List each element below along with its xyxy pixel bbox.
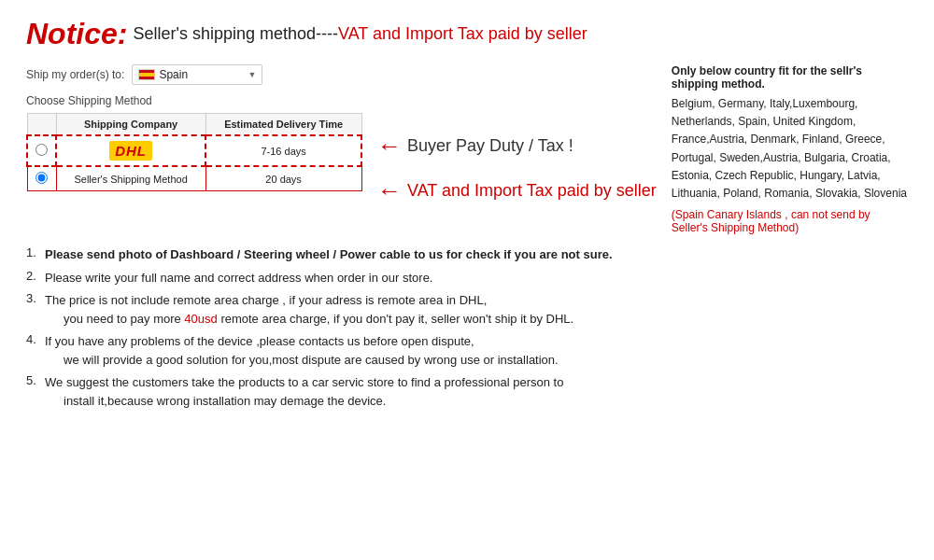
list-text-5: We suggest the customers take the produc…	[45, 373, 563, 410]
dropdown-arrow-icon: ▼	[248, 70, 256, 79]
list-text-4-indent: we will provide a good solution for you,…	[64, 353, 559, 367]
seller-company-cell: Seller's Shipping Method	[56, 166, 205, 191]
list-item-4: 4. If you have any problems of the devic…	[26, 332, 908, 369]
list-num-2: 2.	[26, 269, 41, 287]
notice-header: Notice: Seller's shipping method---- VAT…	[26, 17, 908, 51]
table-header-row: Shipping Company Estimated Delivery Time	[27, 114, 361, 136]
selected-country: Spain	[159, 68, 244, 81]
seller-delivery-cell: 20 days	[205, 166, 361, 191]
country-title: Only below country fit for the sellr's s…	[672, 64, 908, 91]
annotation-row-1: ← Buyer Pay Duty / Tax !	[377, 128, 657, 163]
list-item-3: 3. The price is not include remote area …	[26, 291, 908, 328]
list-text-5-indent: install it,because wrong installation ma…	[64, 394, 386, 408]
header-delivery: Estimated Delivery Time	[205, 114, 361, 136]
notice-subtitle-red: VAT and Import Tax paid by seller	[338, 24, 587, 44]
country-select[interactable]: Spain ▼	[132, 64, 262, 85]
list-num-5: 5.	[26, 373, 41, 410]
table-row-seller: Seller's Shipping Method 20 days	[27, 166, 361, 191]
annotations-column: ← Buyer Pay Duty / Tax ! ← VAT and Impor…	[377, 64, 657, 234]
country-panel: Only below country fit for the sellr's s…	[672, 64, 908, 234]
dhl-logo: DHL	[109, 141, 152, 161]
canary-note: (Spain Canary Islands , can not send by …	[672, 208, 908, 234]
instructions-list: 1. Please send photo of Dashboard / Stee…	[26, 245, 908, 410]
list-num-3: 3.	[26, 291, 41, 328]
ship-to-row: Ship my order(s) to: Spain ▼	[26, 64, 362, 85]
left-arrow-icon-2: ←	[377, 178, 402, 203]
list-text-4: If you have any problems of the device ,…	[45, 332, 559, 369]
list-num-4: 4.	[26, 332, 41, 369]
highlight-40usd: 40usd	[184, 312, 217, 326]
list-num-1: 1.	[26, 245, 41, 264]
notice-subtitle-black: Seller's shipping method----	[133, 24, 338, 44]
list-item-1: 1. Please send photo of Dashboard / Stee…	[26, 245, 908, 264]
dhl-radio[interactable]	[35, 144, 48, 156]
dhl-company-cell: DHL	[56, 135, 205, 166]
seller-radio-cell[interactable]	[27, 166, 56, 191]
dhl-radio-cell[interactable]	[27, 135, 56, 166]
shipping-table: Shipping Company Estimated Delivery Time…	[26, 113, 362, 191]
dhl-delivery-cell: 7-16 days	[205, 135, 361, 166]
list-item-5: 5. We suggest the customers take the pro…	[26, 373, 908, 410]
shipping-panel: Ship my order(s) to: Spain ▼ Choose Ship…	[26, 64, 362, 234]
annotation-row-2: ← VAT and Import Tax paid by seller	[377, 173, 657, 208]
table-row-dhl: DHL 7-16 days	[27, 135, 361, 166]
header-empty	[27, 114, 56, 136]
list-text-2: Please write your full name and correct …	[45, 269, 432, 287]
ship-to-label: Ship my order(s) to:	[26, 68, 124, 81]
list-text-3: The price is not include remote area cha…	[45, 291, 573, 328]
spain-flag-icon	[138, 69, 155, 80]
list-text-3-indent: you need to pay more 40usd remote area c…	[64, 312, 573, 326]
list-item-2: 2. Please write your full name and corre…	[26, 269, 908, 287]
header-company: Shipping Company	[56, 114, 205, 136]
country-list: Belgium, Germany, Italy,Luxembourg, Neth…	[672, 95, 908, 203]
left-arrow-icon-1: ←	[377, 133, 402, 158]
choose-shipping-label: Choose Shipping Method	[26, 94, 362, 107]
vat-import-text: VAT and Import Tax paid by seller	[407, 181, 657, 201]
seller-radio[interactable]	[35, 172, 48, 184]
buyer-duty-text: Buyer Pay Duty / Tax !	[407, 136, 573, 156]
notice-word: Notice:	[26, 17, 127, 51]
list-text-1: Please send photo of Dashboard / Steerin…	[45, 245, 613, 264]
